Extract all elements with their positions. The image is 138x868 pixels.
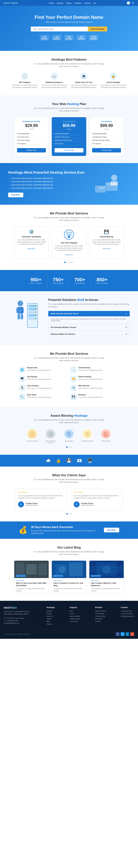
dot-2[interactable] xyxy=(66,262,67,263)
nav-pages[interactable]: Pages xyxy=(66,2,72,4)
moneyback-text: 30 Days Money-back Guarantee If you are … xyxy=(31,526,101,535)
dot-3[interactable] xyxy=(68,262,70,263)
awards-subtitle: It is a long established fact that a rea… xyxy=(32,418,106,424)
plan-feature-item: FTP Support xyxy=(92,142,121,145)
footer-link[interactable]: Reseller xyxy=(95,621,106,622)
nav-home[interactable]: Home xyxy=(49,2,54,4)
icons-bar-cloud: ☁️ xyxy=(46,458,51,463)
footer-link[interactable]: Hosting xyxy=(47,610,55,612)
plan-vps-btn[interactable]: Choose Plan xyxy=(92,148,121,152)
provide2-title: We Provide Best Services xyxy=(3,352,135,355)
footer-link[interactable]: Community xyxy=(70,621,80,622)
footer-link[interactable]: Clients xyxy=(47,618,55,620)
svg-text:BEST: BEST xyxy=(86,433,89,434)
testimonial-2-stars: ★★★★★ xyxy=(74,491,120,494)
support-icon: 🕐 xyxy=(21,72,28,80)
footer-copyright: © 2024 Hostingo. All Rights Reserved. xyxy=(4,633,30,635)
scalability-readmore-link[interactable]: Read More xyxy=(28,248,35,249)
icons-bar-server: 🖥️ xyxy=(87,458,92,463)
award-best-rated: BESTRATED★★★ Best Rated xyxy=(61,429,77,444)
guidance-icon: 📖 xyxy=(51,72,58,80)
plan-feature-item: 5 GB Disk Space xyxy=(17,135,46,139)
search-domain-button[interactable]: Search Domain xyxy=(88,27,107,31)
testi-dot-1[interactable] xyxy=(66,513,67,515)
features-section: Hostingo Best Features It is a long esta… xyxy=(0,51,138,95)
blog-card-2: April 14, 2024 Web Hosting How To Conduc… xyxy=(52,560,86,594)
testi-dot-2[interactable] xyxy=(68,513,70,515)
nav-portfolio[interactable]: Portfolio xyxy=(74,2,81,4)
award-top-choice-label: User Top Choice xyxy=(24,440,40,442)
footer-link[interactable]: Cloud Hosting xyxy=(95,615,106,617)
testi-dot-3[interactable] xyxy=(71,513,72,515)
hosting-plan-title: Your Web Hosting Plan xyxy=(3,102,135,106)
accordion-deploy-header[interactable]: Deployed Within Few Minutes ▼ xyxy=(48,332,130,337)
plan-wordpress-btn[interactable]: Choose Plan xyxy=(17,148,46,152)
award-dot-2[interactable] xyxy=(68,446,70,448)
stat-clients: 950+ HAPPY CLIENTS xyxy=(25,274,48,288)
best-services-subtitle: It is a long established fact that a rea… xyxy=(32,216,106,222)
footer-link: info@hostingo.com xyxy=(121,615,134,617)
built-title: Powerful Solutions Built In-house xyxy=(48,298,130,302)
search-icon[interactable]: 🔍 xyxy=(127,1,130,4)
footer-link[interactable]: VPS Hosting xyxy=(95,613,106,615)
footer-contact-heading: Contact xyxy=(121,606,134,609)
linkedin-icon[interactable]: in xyxy=(126,632,129,636)
features-title: Hostingo Best Features xyxy=(3,58,135,61)
svg-text:★★★★: ★★★★ xyxy=(86,435,89,436)
nav-go[interactable]: Go xyxy=(93,2,96,4)
footer-link[interactable]: Documentation xyxy=(70,615,80,617)
footer-link[interactable]: WordPress xyxy=(95,618,106,620)
dot-4[interactable] xyxy=(71,262,72,263)
footer-link[interactable]: Domain xyxy=(47,613,55,615)
testimonials-section: What Our Clients Says It is a long estab… xyxy=(0,467,138,521)
award-best-overall-badge: BESTOVERALL★★★★★ xyxy=(101,429,111,439)
moneyback-readmore-button[interactable]: Read More xyxy=(104,528,119,532)
award-dot-3[interactable] xyxy=(71,446,72,448)
moneyback-title: 30 Days Money-back Guarantee xyxy=(31,526,101,529)
google-plus-icon[interactable]: g+ xyxy=(130,632,134,636)
dot-1[interactable] xyxy=(64,262,65,263)
accordion-transfer-header[interactable]: No Downtime Website Transfer ▼ xyxy=(48,325,130,330)
award-dot-1[interactable] xyxy=(66,446,67,448)
hero-section: Find Your Perfect Domain Name Web Hostin… xyxy=(0,6,138,51)
backup-readmore-link[interactable]: Read More xyxy=(103,248,111,249)
provide-vps-text: Vps Hosting Lorem Ipsum is simply dummy … xyxy=(27,376,51,380)
cloud-icon: ☁️ xyxy=(71,367,77,373)
nav-hosting[interactable]: Hosting xyxy=(57,2,63,4)
twitter-icon[interactable]: t xyxy=(120,632,125,636)
footer-logo: HOSTINGO xyxy=(4,606,32,609)
svg-point-33 xyxy=(47,430,55,438)
powerful-readmore-button[interactable]: Read More xyxy=(8,192,23,197)
plan-vps-period: /Month xyxy=(92,128,121,130)
footer-link[interactable]: Contact xyxy=(47,623,55,625)
footer-support-heading: Support xyxy=(70,606,80,609)
footer-link[interactable]: Blog xyxy=(47,621,55,622)
staging-readmore-link[interactable]: Read More xyxy=(65,254,73,256)
nav-content[interactable]: Content xyxy=(84,2,91,4)
accordion-security-header[interactable]: Better Security And Faster Server ▲ xyxy=(48,311,130,316)
email-bar-icon: 📧 xyxy=(77,458,82,463)
svg-point-26 xyxy=(35,312,36,313)
provide-cloud-text: Cloud Hosting Lorem Ipsum is simply dumm… xyxy=(78,367,103,371)
menu-icon[interactable]: ☰ xyxy=(131,1,135,4)
award-best-rated-label: Best Rated xyxy=(61,440,77,442)
provide-backups: 💾 Backups Lorem Ipsum is simply dummy te… xyxy=(71,394,119,400)
powerful-item: Lorem ipsum dolor sit amet, consectetur … xyxy=(8,186,85,190)
testimonial-2-name: Cristian Torres xyxy=(81,502,94,504)
dot-5[interactable] xyxy=(73,262,74,263)
facebook-icon[interactable]: f xyxy=(116,632,119,636)
plan-wordpress-price: $29.99 xyxy=(17,123,46,128)
footer-link[interactable]: FAQ xyxy=(70,610,80,612)
footer-link[interactable]: Forum xyxy=(70,613,80,615)
footer-link[interactable]: Shared Hosting xyxy=(95,610,106,612)
award-best-rated-badge: BESTRATED★★★ xyxy=(64,429,74,439)
testimonial-1-author: C Cristian Torres Marketing Director xyxy=(18,501,64,507)
plan-cloud-btn[interactable]: Choose Plan xyxy=(55,148,83,152)
footer-link[interactable]: About Us xyxy=(47,615,55,617)
footer-link[interactable]: Tutorial Videos xyxy=(70,618,80,620)
domain-search-input[interactable] xyxy=(31,27,88,31)
award-top-choice: USERTOPCHOICE User Top Choice xyxy=(24,429,40,444)
stat-clients2-number: 850+ xyxy=(96,277,108,282)
plan-vps-label: VPS HOSTING xyxy=(92,121,121,122)
tld-info: .info$4.5/yr xyxy=(64,35,74,40)
